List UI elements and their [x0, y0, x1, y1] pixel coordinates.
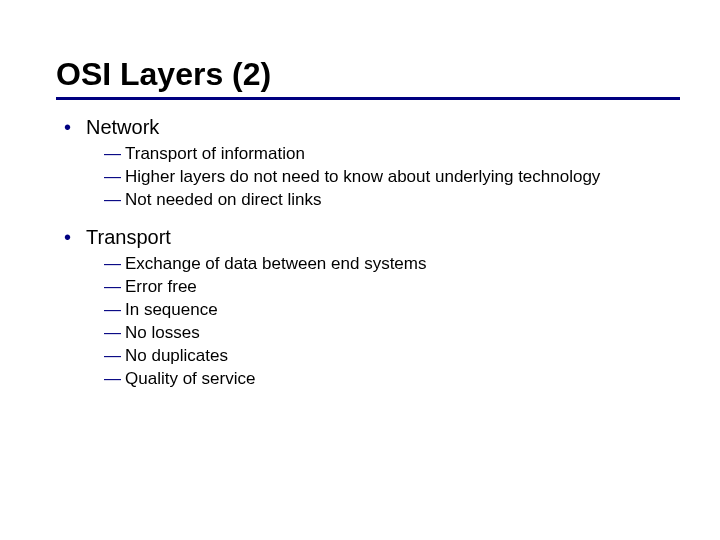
- bullet-list: •Network —Transport of information —High…: [56, 114, 680, 390]
- section-heading: Network: [86, 116, 159, 138]
- list-item: —Higher layers do not need to know about…: [104, 166, 680, 189]
- list-item: —No losses: [104, 322, 680, 345]
- item-text: Quality of service: [125, 369, 255, 388]
- dash-icon: —: [104, 254, 121, 273]
- item-text: Higher layers do not need to know about …: [125, 167, 600, 186]
- dash-icon: —: [104, 167, 121, 186]
- dash-icon: —: [104, 144, 121, 163]
- list-item: —No duplicates: [104, 345, 680, 368]
- dash-icon: —: [104, 369, 121, 388]
- item-text: Not needed on direct links: [125, 190, 322, 209]
- dash-icon: —: [104, 346, 121, 365]
- dash-icon: —: [104, 277, 121, 296]
- list-item: —In sequence: [104, 299, 680, 322]
- bullet-icon: •: [64, 224, 86, 251]
- item-text: No duplicates: [125, 346, 228, 365]
- slide-title: OSI Layers (2): [56, 56, 680, 93]
- section-network: •Network —Transport of information —High…: [64, 114, 680, 212]
- list-item: —Transport of information: [104, 143, 680, 166]
- item-text: No losses: [125, 323, 200, 342]
- list-item: —Quality of service: [104, 368, 680, 391]
- dash-icon: —: [104, 323, 121, 342]
- sub-list-network: —Transport of information —Higher layers…: [64, 143, 680, 212]
- title-underline: [56, 97, 680, 100]
- item-text: Transport of information: [125, 144, 305, 163]
- item-text: Error free: [125, 277, 197, 296]
- list-item: —Error free: [104, 276, 680, 299]
- dash-icon: —: [104, 190, 121, 209]
- bullet-icon: •: [64, 114, 86, 141]
- list-item: —Not needed on direct links: [104, 189, 680, 212]
- item-text: Exchange of data between end systems: [125, 254, 426, 273]
- dash-icon: —: [104, 300, 121, 319]
- sub-list-transport: —Exchange of data between end systems —E…: [64, 253, 680, 391]
- list-item: —Exchange of data between end systems: [104, 253, 680, 276]
- section-transport: •Transport —Exchange of data between end…: [64, 224, 680, 391]
- item-text: In sequence: [125, 300, 218, 319]
- slide: OSI Layers (2) •Network —Transport of in…: [0, 0, 720, 390]
- section-heading: Transport: [86, 226, 171, 248]
